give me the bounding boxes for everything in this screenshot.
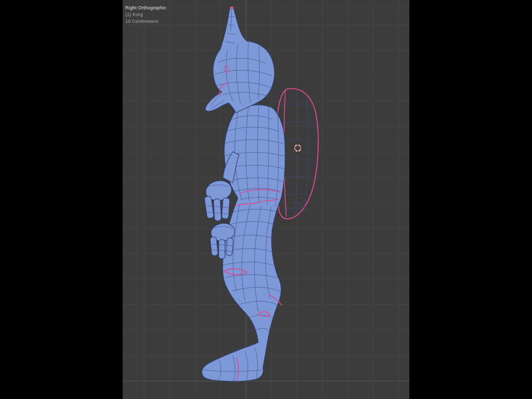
- hand-upper[interactable]: [204, 178, 234, 221]
- 3d-cursor: [292, 142, 303, 154]
- viewport-3d[interactable]: Right Orthographic (1) Korg 10 Centimete…: [123, 0, 409, 399]
- character-model[interactable]: [202, 6, 318, 381]
- hud-object-label: (1) Korg: [125, 11, 166, 18]
- hud-scale-label: 10 Centimeters: [125, 18, 166, 25]
- letterbox-left: [0, 0, 123, 399]
- blender-window: Right Orthographic (1) Korg 10 Centimete…: [0, 0, 532, 399]
- head-mesh[interactable]: [205, 6, 274, 113]
- scene-canvas[interactable]: [123, 0, 409, 399]
- hand-lower[interactable]: [210, 222, 236, 259]
- viewport-hud: Right Orthographic (1) Korg 10 Centimete…: [125, 5, 166, 25]
- hud-view-label: Right Orthographic: [125, 5, 166, 11]
- letterbox-right: [409, 0, 532, 399]
